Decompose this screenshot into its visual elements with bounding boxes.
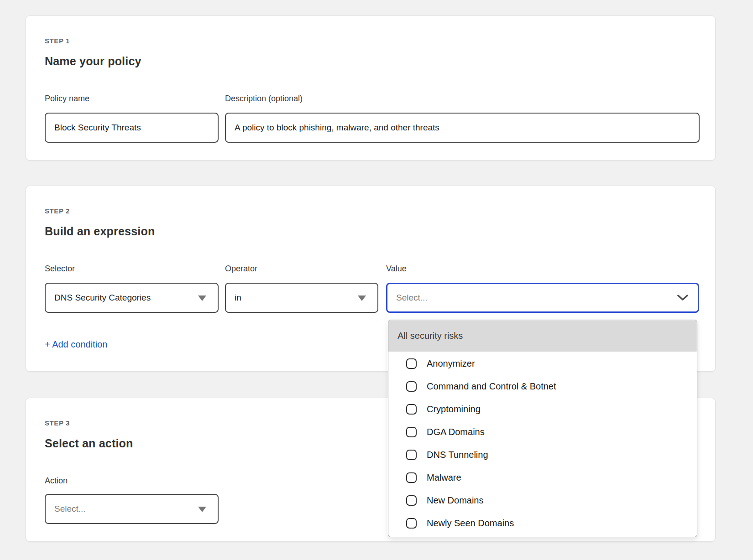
selector-select[interactable]: DNS Security Categories (45, 283, 219, 313)
option-label: Malware (427, 472, 461, 483)
option-checkbox-unchecked[interactable] (406, 381, 417, 392)
policy-name-value: Block Security Threats (46, 123, 141, 133)
option-checkbox-unchecked[interactable] (406, 518, 417, 529)
option-label: Newly Seen Domains (427, 518, 514, 529)
operator-value: in (226, 293, 241, 303)
value-placeholder: Select... (387, 293, 428, 303)
dropdown-option[interactable]: Cryptomining (388, 398, 697, 420)
policy-name-label: Policy name (45, 94, 89, 104)
option-checkbox-unchecked[interactable] (406, 404, 417, 415)
step1-card: STEP 1 Name your policy Policy name Desc… (26, 16, 716, 161)
step3-label: STEP 3 (45, 419, 70, 427)
dropdown-options-list: Anonymizer Command and Control & Botnet … (388, 352, 697, 534)
step2-label: STEP 2 (45, 207, 70, 215)
dropdown-option[interactable]: Newly Seen Domains (388, 512, 697, 534)
description-input[interactable]: A policy to block phishing, malware, and… (225, 113, 700, 143)
option-checkbox-unchecked[interactable] (406, 358, 417, 369)
action-select[interactable]: Select... (45, 494, 219, 524)
action-placeholder: Select... (46, 504, 86, 514)
add-condition-link[interactable]: + Add condition (45, 339, 107, 350)
dropdown-option[interactable]: DGA Domains (388, 420, 697, 443)
step1-label: STEP 1 (45, 37, 70, 45)
chevron-down-icon (677, 295, 688, 303)
value-select[interactable]: Select... (386, 283, 699, 313)
step3-title: Select an action (45, 437, 133, 450)
option-label: New Domains (427, 495, 483, 506)
option-label: Command and Control & Botnet (427, 381, 556, 392)
dropdown-option[interactable]: Malware (388, 466, 697, 489)
step2-title: Build an expression (45, 225, 155, 238)
caret-down-icon (198, 296, 206, 301)
selector-value: DNS Security Categories (46, 293, 151, 303)
caret-down-icon (198, 507, 206, 512)
operator-label: Operator (225, 264, 257, 274)
dropdown-group-header: All security risks (388, 320, 697, 352)
option-checkbox-unchecked[interactable] (406, 450, 417, 460)
caret-down-icon (358, 296, 366, 301)
step1-title: Name your policy (45, 55, 141, 68)
dropdown-option[interactable]: Command and Control & Botnet (388, 375, 697, 398)
value-dropdown-panel: All security risks Anonymizer Command an… (388, 320, 697, 537)
option-checkbox-unchecked[interactable] (406, 495, 417, 506)
policy-name-input[interactable]: Block Security Threats (45, 113, 219, 143)
dropdown-option[interactable]: New Domains (388, 489, 697, 512)
option-label: DNS Tunneling (427, 450, 488, 460)
option-label: DGA Domains (427, 427, 485, 437)
operator-select[interactable]: in (225, 283, 378, 313)
option-label: Cryptomining (427, 404, 481, 415)
selector-label: Selector (45, 264, 75, 274)
description-label: Description (optional) (225, 94, 303, 104)
dropdown-option[interactable]: Anonymizer (388, 352, 697, 375)
action-label: Action (45, 476, 68, 486)
description-value: A policy to block phishing, malware, and… (226, 123, 439, 133)
option-checkbox-unchecked[interactable] (406, 427, 417, 437)
option-label: Anonymizer (427, 358, 475, 369)
option-checkbox-unchecked[interactable] (406, 472, 417, 483)
value-label: Value (386, 264, 407, 274)
dropdown-option[interactable]: DNS Tunneling (388, 443, 697, 466)
